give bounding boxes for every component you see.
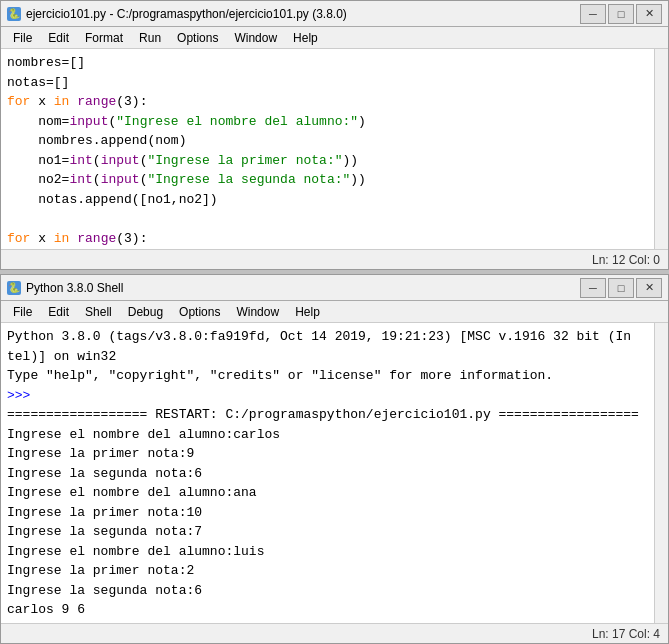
editor-menu-edit[interactable]: Edit [40,29,77,47]
shell-menu-file[interactable]: File [5,303,40,321]
shell-menu-debug[interactable]: Debug [120,303,171,321]
editor-window: 🐍 ejercicio101.py - C:/programaspython/e… [0,0,669,270]
shell-menu-window[interactable]: Window [228,303,287,321]
shell-title-text: Python 3.8.0 Shell [26,281,123,295]
shell-menu-bar: File Edit Shell Debug Options Window Hel… [1,301,668,323]
editor-maximize-button[interactable]: □ [608,4,634,24]
editor-menu-help[interactable]: Help [285,29,326,47]
shell-close-button[interactable]: ✕ [636,278,662,298]
editor-menu-bar: File Edit Format Run Options Window Help [1,27,668,49]
editor-title-text: ejercicio101.py - C:/programaspython/eje… [26,7,347,21]
editor-minimize-button[interactable]: ─ [580,4,606,24]
editor-status-text: Ln: 12 Col: 0 [592,253,660,267]
shell-scrollbar[interactable] [654,323,668,623]
editor-menu-run[interactable]: Run [131,29,169,47]
shell-minimize-button[interactable]: ─ [580,278,606,298]
editor-title-left: 🐍 ejercicio101.py - C:/programaspython/e… [7,7,347,21]
shell-maximize-button[interactable]: □ [608,278,634,298]
editor-window-icon: 🐍 [7,7,21,21]
shell-window-controls[interactable]: ─ □ ✕ [580,278,662,298]
editor-close-button[interactable]: ✕ [636,4,662,24]
shell-menu-help[interactable]: Help [287,303,328,321]
shell-menu-shell[interactable]: Shell [77,303,120,321]
editor-window-controls[interactable]: ─ □ ✕ [580,4,662,24]
editor-title-bar: 🐍 ejercicio101.py - C:/programaspython/e… [1,1,668,27]
shell-window: 🐍 Python 3.8.0 Shell ─ □ ✕ File Edit She… [0,274,669,644]
shell-title-left: 🐍 Python 3.8.0 Shell [7,281,123,295]
editor-menu-options[interactable]: Options [169,29,226,47]
editor-menu-file[interactable]: File [5,29,40,47]
shell-menu-edit[interactable]: Edit [40,303,77,321]
shell-window-icon: 🐍 [7,281,21,295]
editor-menu-format[interactable]: Format [77,29,131,47]
editor-code-area[interactable]: nombres=[] notas=[] for x in range(3): n… [1,49,668,249]
editor-scrollbar[interactable] [654,49,668,249]
shell-status-bar: Ln: 17 Col: 4 [1,623,668,643]
shell-output-content: Python 3.8.0 (tags/v3.8.0:fa919fd, Oct 1… [1,323,668,623]
editor-menu-window[interactable]: Window [226,29,285,47]
shell-menu-options[interactable]: Options [171,303,228,321]
shell-title-bar: 🐍 Python 3.8.0 Shell ─ □ ✕ [1,275,668,301]
shell-status-text: Ln: 17 Col: 4 [592,627,660,641]
editor-status-bar: Ln: 12 Col: 0 [1,249,668,269]
shell-output-area[interactable]: Python 3.8.0 (tags/v3.8.0:fa919fd, Oct 1… [1,323,668,623]
editor-code-content: nombres=[] notas=[] for x in range(3): n… [1,49,668,249]
